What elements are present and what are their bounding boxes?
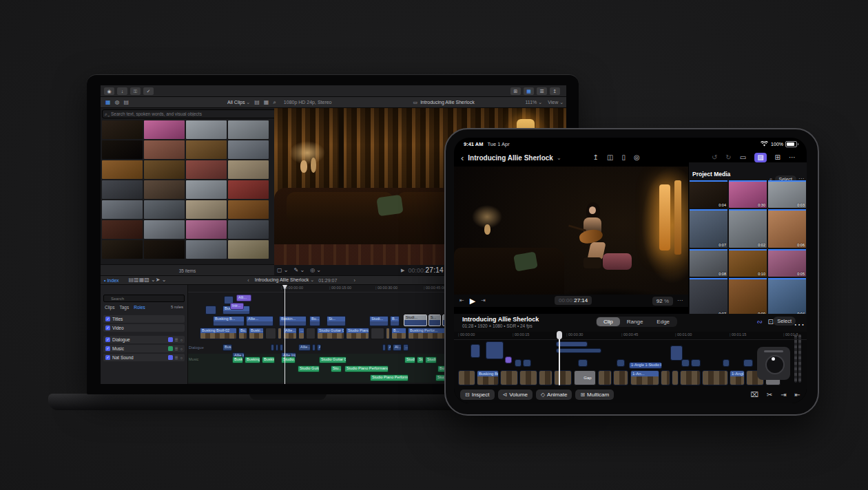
timeline-clip[interactable]	[702, 370, 728, 385]
role-row[interactable]: ✓Titles	[103, 315, 185, 323]
timeline-clip[interactable]	[471, 344, 480, 358]
timeline-clip[interactable]	[382, 344, 386, 351]
timeline-clip[interactable]	[265, 328, 276, 339]
timeline-clip[interactable]	[672, 370, 679, 385]
redo-icon[interactable]: ↻	[725, 154, 731, 161]
timeline-clip[interactable]	[613, 370, 628, 385]
clip-appearance-icon-1[interactable]: ▤	[129, 277, 134, 283]
filmstrip-view-icon[interactable]: ▤	[254, 100, 260, 105]
clip-appearance-icon-3[interactable]: ▦	[139, 277, 145, 283]
viewer-more-button[interactable]: ⋯	[677, 298, 683, 303]
timeline-clip[interactable]	[539, 370, 552, 385]
timeline-clip[interactable]: Studio Guitar 01 P...	[319, 356, 347, 363]
role-row[interactable]: ✓Video	[103, 324, 185, 332]
timeline-clip[interactable]	[680, 370, 701, 385]
media-clip-thumbnail[interactable]: 0:30	[729, 180, 767, 208]
timeline-clip[interactable]: Studi...	[404, 315, 427, 326]
role-checkbox[interactable]: ✓	[105, 326, 110, 330]
browser-clip-thumbnail[interactable]	[102, 140, 143, 159]
timeline-clip[interactable]	[578, 359, 588, 367]
timeline-clip[interactable]: Busking...	[262, 356, 275, 363]
overwrite-icon[interactable]: ⇤	[795, 391, 800, 398]
timeline-clip[interactable]: Buskin...	[279, 316, 307, 326]
browser-clip-thumbnail[interactable]	[228, 200, 269, 219]
browser-clip-thumbnail[interactable]	[144, 120, 185, 139]
timeline-clip[interactable]: Studio Piano Performance	[370, 374, 409, 381]
browser-clip-thumbnail[interactable]	[102, 180, 143, 199]
timeline-clip[interactable]: ...	[298, 328, 304, 339]
browser-clip-thumbnail[interactable]	[144, 200, 185, 219]
media-clip-thumbnail[interactable]: 0:10	[729, 249, 767, 277]
timeline-clip[interactable]	[500, 370, 518, 385]
timeline-clip[interactable]	[505, 356, 512, 363]
media-clip-thumbnail[interactable]: 0:04	[768, 278, 806, 314]
clip-appearance-icon-2[interactable]: ▥	[134, 277, 139, 283]
timeline-clip[interactable]: Studi...	[369, 316, 389, 326]
split-icon[interactable]: ✂	[767, 391, 772, 398]
role-checkbox[interactable]: ✓	[105, 337, 110, 342]
timeline-clip[interactable]	[271, 344, 274, 351]
timeline-clip[interactable]: Bu...	[309, 316, 320, 326]
browser-clip-thumbnail[interactable]	[102, 120, 143, 139]
timeline-clip[interactable]	[691, 359, 701, 367]
timeline-clip[interactable]	[556, 341, 588, 347]
timeline-clip[interactable]: A	[317, 344, 321, 351]
browser-clip-thumbnail[interactable]	[228, 120, 269, 139]
browser-clip-thumbnail[interactable]	[186, 120, 227, 139]
browser-clip-thumbnail[interactable]	[228, 220, 269, 239]
timeline-clip[interactable]	[681, 359, 690, 367]
media-clip-thumbnail[interactable]: 0:07	[690, 209, 727, 248]
import-media-icon[interactable]: ⊞	[775, 154, 781, 161]
timeline-clip[interactable]	[458, 370, 475, 385]
timeline-clip[interactable]	[371, 328, 384, 339]
timeline-clip[interactable]: S...	[428, 315, 441, 326]
media-clip-thumbnail[interactable]: 0:06	[768, 209, 806, 248]
timeline-clip[interactable]	[205, 306, 216, 315]
photos-sidebar-icon[interactable]: ▤	[124, 100, 130, 105]
previous-project-button[interactable]: ‹	[247, 278, 249, 283]
timeline-index-toggle-icon[interactable]: ☰	[537, 87, 547, 95]
audio-lanes-icon[interactable]: ☰	[175, 356, 178, 360]
media-clip-thumbnail[interactable]: 0:08	[690, 249, 727, 277]
viewer-view-menu[interactable]: View ⌄	[548, 100, 564, 105]
share-icon[interactable]: ↥	[593, 154, 599, 161]
timeline-clip[interactable]	[515, 359, 521, 367]
browser-clip-thumbnail[interactable]	[186, 200, 227, 219]
browser-clip-thumbnail[interactable]	[228, 180, 269, 199]
timeline-clip[interactable]	[670, 345, 683, 361]
browser-clip-thumbnail[interactable]	[102, 220, 143, 239]
clip-appearance-menu[interactable]: ▧ ⌄	[144, 277, 155, 283]
viewer-zoom-menu[interactable]: 111% ⌄	[525, 100, 542, 105]
mode-segment[interactable]: Clip	[597, 317, 620, 326]
browser-clip-thumbnail[interactable]	[186, 160, 227, 179]
camera-icon[interactable]: ◫	[607, 154, 613, 161]
timeline-clip[interactable]: Bu...	[238, 328, 247, 339]
browser-clip-thumbnail[interactable]	[144, 180, 185, 199]
timeline-clip[interactable]: Alli...	[236, 295, 251, 301]
tool-select-menu[interactable]: ➤ ⌄	[156, 277, 167, 283]
timeline-clip[interactable]: Bus...	[223, 344, 232, 351]
timeline-clip[interactable]	[598, 370, 612, 385]
media-clip-thumbnail[interactable]: 0:05	[768, 249, 806, 277]
tool-button[interactable]: ⊲Volume	[498, 390, 533, 400]
skip-forward-icon[interactable]: ⇥	[481, 298, 486, 303]
browser-clip-thumbnail[interactable]	[186, 220, 227, 239]
timeline-clip[interactable]	[306, 328, 316, 339]
timeline-clip[interactable]: 1-Angle 1-Studio P...	[629, 362, 662, 369]
timeline-clip[interactable]: Studio Guitar 02...	[298, 365, 320, 372]
timeline-clip[interactable]: 1-An...	[630, 370, 659, 385]
timeline-clip[interactable]: Busking B...	[213, 316, 245, 326]
undo-icon[interactable]: ↺	[712, 154, 717, 161]
browser-search-input[interactable]	[102, 109, 278, 118]
browser-clip-thumbnail[interactable]	[102, 200, 143, 219]
import-icon[interactable]: ↓	[117, 87, 127, 95]
keyword-editor-icon[interactable]: ⚿	[130, 87, 141, 95]
focus-icon[interactable]: ○	[180, 347, 183, 351]
timeline-clip[interactable]	[556, 348, 601, 353]
timeline-clip[interactable]: Busking Broll-02	[200, 328, 237, 339]
timeline-ruler[interactable]: 00:00:0000:00:1500:00:3000:00:4500:01:00…	[454, 332, 807, 340]
timeline-clip[interactable]: Studio Piano...	[346, 328, 369, 339]
timeline-more-button[interactable]: ⋯	[794, 318, 805, 331]
timeline-clip[interactable]: Intr...	[230, 303, 244, 310]
browser-clip-thumbnail[interactable]	[228, 160, 269, 179]
